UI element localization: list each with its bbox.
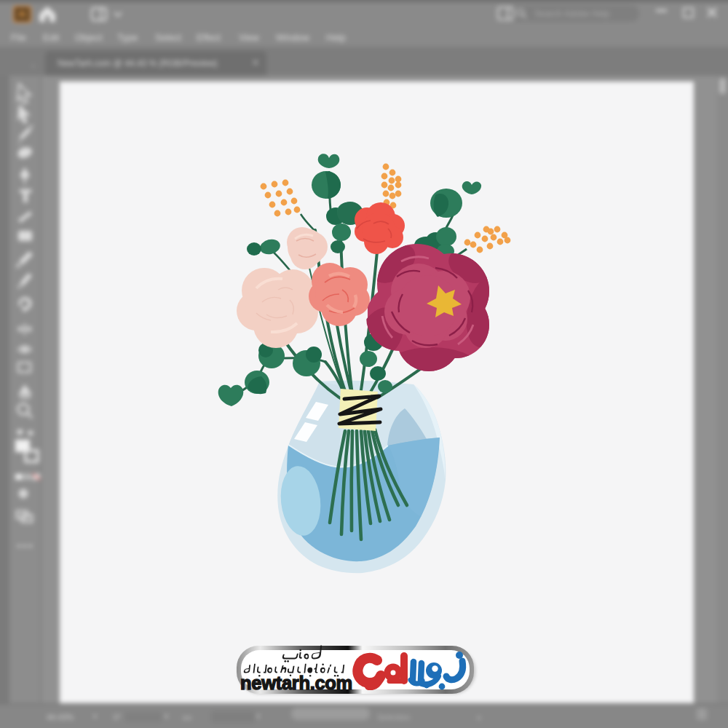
svg-text:newtarh.com: newtarh.com <box>240 673 352 693</box>
